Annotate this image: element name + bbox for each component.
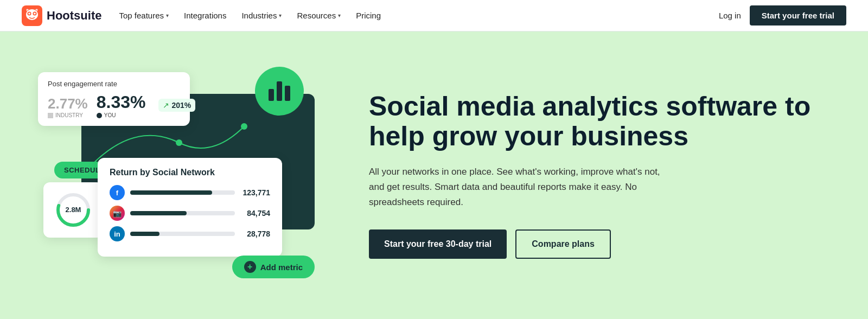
you-dot-icon [97, 113, 102, 118]
login-button[interactable]: Log in [719, 11, 741, 20]
hero-buttons: Start your free 30-day trial Compare pla… [369, 229, 825, 259]
nav-left: Hootsuite Top features ▾ Integrations In… [22, 5, 381, 26]
bar1 [269, 89, 274, 101]
chevron-down-icon: ▾ [338, 12, 341, 18]
instagram-bar-bg [130, 211, 235, 215]
linkedin-bar [130, 232, 159, 236]
industry-box-icon [48, 113, 53, 118]
nav-item-integrations[interactable]: Integrations [184, 11, 226, 20]
bar-chart-icon [269, 81, 290, 101]
compare-plans-button[interactable]: Compare plans [515, 229, 611, 259]
facebook-bar-bg [130, 190, 235, 195]
logo-icon [22, 5, 42, 26]
growth-percentage: 201% [171, 101, 191, 110]
nav-item-pricing[interactable]: Pricing [356, 11, 381, 20]
growth-arrow-icon: ↗ [163, 101, 169, 110]
you-stat: 8.33% YOU [97, 92, 146, 118]
donut-chart: 2.8M [54, 191, 92, 229]
hero-illustration: Post engagement rate 2.77% INDUSTRY 8.33… [0, 31, 336, 319]
you-label: YOU [97, 112, 146, 118]
engagement-values: 2.77% INDUSTRY 8.33% YOU [48, 92, 180, 118]
linkedin-row: in 28,778 [110, 226, 270, 241]
start-trial-button[interactable]: Start your free trial [750, 5, 846, 25]
industry-label: INDUSTRY [48, 112, 88, 118]
facebook-value: 123,771 [240, 188, 270, 197]
svg-point-6 [176, 139, 182, 146]
add-metric-badge[interactable]: + Add metric [232, 256, 315, 278]
hero-section: Post engagement rate 2.77% INDUSTRY 8.33… [0, 31, 868, 319]
facebook-row: f 123,771 [110, 185, 270, 200]
engagement-card: Post engagement rate 2.77% INDUSTRY 8.33… [38, 72, 190, 126]
svg-point-4 [28, 12, 30, 15]
svg-point-5 [34, 12, 36, 15]
nav-item-industries[interactable]: Industries ▾ [241, 11, 282, 20]
logo-text: Hootsuite [47, 9, 101, 23]
instagram-value: 84,754 [240, 209, 270, 218]
you-percentage: 8.33% [97, 92, 146, 112]
logo[interactable]: Hootsuite [22, 5, 101, 26]
illustration-container: Post engagement rate 2.77% INDUSTRY 8.33… [38, 61, 320, 289]
donut-label: 2.8M [66, 206, 81, 214]
bar2 [277, 81, 282, 101]
start-trial-cta-button[interactable]: Start your free 30-day trial [369, 229, 507, 259]
add-metric-label: Add metric [260, 263, 303, 272]
chevron-down-icon: ▾ [166, 12, 169, 18]
nav-right: Log in Start your free trial [719, 5, 846, 25]
hero-heading: Social media analytics software to help … [369, 92, 825, 151]
facebook-icon: f [110, 185, 125, 200]
engagement-card-title: Post engagement rate [48, 80, 180, 88]
nav-item-resources[interactable]: Resources ▾ [297, 11, 341, 20]
facebook-bar [130, 190, 212, 195]
linkedin-bar-bg [130, 232, 235, 236]
plus-circle-icon: + [244, 261, 256, 273]
chevron-down-icon: ▾ [279, 12, 282, 18]
instagram-row: 📷 84,754 [110, 206, 270, 221]
nav-items: Top features ▾ Integrations Industries ▾… [119, 11, 381, 20]
value-card: 2.8M [43, 182, 103, 238]
social-card-title: Return by Social Network [110, 168, 270, 177]
nav-item-features[interactable]: Top features ▾ [119, 11, 169, 20]
bar3 [285, 86, 290, 101]
svg-point-7 [241, 123, 247, 130]
instagram-bar [130, 211, 187, 215]
social-network-card: Return by Social Network f 123,771 📷 84,… [98, 158, 282, 257]
hero-content: Social media analytics software to help … [336, 31, 868, 319]
growth-badge: ↗ 201% [158, 99, 195, 112]
industry-percentage: 2.77% [48, 95, 88, 112]
hero-subtext: All your networks in one place. See what… [369, 164, 673, 210]
linkedin-value: 28,778 [240, 229, 270, 238]
chart-circle [255, 67, 304, 116]
navbar: Hootsuite Top features ▾ Integrations In… [0, 0, 868, 31]
linkedin-icon: in [110, 226, 125, 241]
instagram-icon: 📷 [110, 206, 125, 221]
industry-stat: 2.77% INDUSTRY [48, 95, 88, 118]
